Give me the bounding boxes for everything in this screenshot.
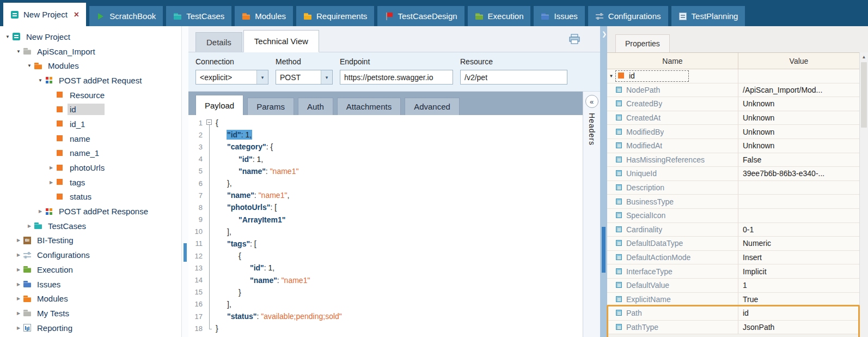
window-tab-testcases[interactable]: TestCases xyxy=(166,6,231,26)
line-number: 3 xyxy=(188,143,205,151)
property-row-defaultvalue[interactable]: DefaultValue1 xyxy=(607,279,859,293)
property-row-interfacetype[interactable]: InterfaceTypeImplicit xyxy=(607,264,859,279)
tree-item-name[interactable]: name xyxy=(0,131,181,146)
tree-item-execution[interactable]: ▶Execution xyxy=(0,262,181,277)
expander-icon[interactable]: ▶ xyxy=(14,238,23,243)
folder-icon xyxy=(34,62,42,70)
scroll-up-icon[interactable]: ▲ xyxy=(860,52,868,62)
tree-item-name-1[interactable]: name_1 xyxy=(0,146,181,161)
window-tab-configurations[interactable]: Configurations xyxy=(588,6,668,26)
dropdown-arrow-icon[interactable]: ▾ xyxy=(321,70,332,84)
tree-item-issues[interactable]: ▶Issues xyxy=(0,277,181,292)
endpoint-input[interactable] xyxy=(340,70,453,85)
tab-technical-view[interactable]: Technical View xyxy=(243,30,319,52)
property-row-createdby[interactable]: CreatedByUnknown xyxy=(607,97,859,111)
expander-icon[interactable]: ▶ xyxy=(47,165,56,170)
expander-icon[interactable]: ▼ xyxy=(3,34,12,39)
window-tab-issues[interactable]: Issues xyxy=(534,6,584,26)
property-row-defaultactionmode[interactable]: DefaultActionModeInsert xyxy=(607,251,859,265)
tree-item-apiscan-import[interactable]: ▼ApiScan_Import xyxy=(0,44,181,59)
tree-item-modules[interactable]: ▼Modules xyxy=(0,58,181,73)
tab-details[interactable]: Details xyxy=(195,32,242,52)
dropdown-arrow-icon[interactable]: ▾ xyxy=(256,70,268,84)
property-row-uniqueid[interactable]: UniqueId39ee7b6b-86b3-e340-... xyxy=(607,167,859,181)
code-token: : xyxy=(264,263,268,272)
tab-auth[interactable]: Auth xyxy=(298,98,333,115)
tree-item-id-1[interactable]: id_1 xyxy=(0,117,181,131)
close-tab-icon[interactable]: × xyxy=(74,10,79,20)
tree-item-my-tests[interactable]: ▶My Tests xyxy=(0,306,181,321)
code-token: : { xyxy=(266,142,273,151)
scrollbar-thumb[interactable] xyxy=(861,62,867,128)
property-row-businesstype[interactable]: BusinessType xyxy=(607,195,859,209)
expander-icon[interactable]: ▶ xyxy=(14,296,23,301)
method-select[interactable]: POST ▾ xyxy=(276,70,333,85)
tab-payload[interactable]: Payload xyxy=(195,95,243,115)
resource-input[interactable] xyxy=(460,70,567,85)
expander-icon[interactable]: ▶ xyxy=(14,267,23,272)
fold-gutter-icon[interactable] xyxy=(205,117,213,129)
tab-params[interactable]: Params xyxy=(247,98,294,115)
tree-item-new-project[interactable]: ▼New Project xyxy=(0,29,181,44)
expander-icon[interactable]: ▶ xyxy=(36,209,45,214)
line-number: 8 xyxy=(188,203,205,212)
property-row-modifiedby[interactable]: ModifiedByUnknown xyxy=(607,125,859,139)
tab-attachments[interactable]: Attachments xyxy=(337,98,401,115)
tree-item-post-addpet-response[interactable]: ▶POST addPet Response xyxy=(0,204,181,219)
tab-advanced[interactable]: Advanced xyxy=(405,98,460,115)
property-row-description[interactable]: Description xyxy=(607,181,859,195)
tree-item-id[interactable]: id xyxy=(0,102,181,117)
connection-select[interactable]: <explicit> ▾ xyxy=(195,70,268,85)
property-row-specialicon[interactable]: SpecialIcon xyxy=(607,209,859,223)
window-tab-new-project[interactable]: New Project× xyxy=(3,3,86,26)
property-row-path[interactable]: Pathid xyxy=(607,306,859,321)
expander-icon[interactable]: ▼ xyxy=(14,49,23,54)
tree-item-status[interactable]: status xyxy=(0,190,181,204)
window-tab-testcasedesign[interactable]: TestCaseDesign xyxy=(377,6,464,26)
code-token: "name" xyxy=(227,191,254,200)
panel-splitter-left[interactable] xyxy=(182,26,188,337)
tree-item-post-addpet-request[interactable]: ▼POST addPet Request xyxy=(0,73,181,88)
property-row-pathtype[interactable]: PathTypeJsonPath xyxy=(607,321,859,335)
property-row-hasmissingreferences[interactable]: HasMissingReferencesFalse xyxy=(607,153,859,167)
expander-icon[interactable]: ▶ xyxy=(14,282,23,287)
tree-item-tags[interactable]: ▶tags xyxy=(0,175,181,190)
property-name-cell: DefaultDataType xyxy=(607,237,738,250)
expander-icon[interactable]: ▼ xyxy=(36,78,45,83)
property-row-modifiedat[interactable]: ModifiedAtUnknown xyxy=(607,139,859,153)
tree-item-reporting[interactable]: ▶Reporting xyxy=(0,321,181,335)
expander-icon[interactable]: ▶ xyxy=(47,180,56,185)
scrollbar[interactable]: ▲ xyxy=(859,52,868,337)
tree-item-configurations[interactable]: ▶Configurations xyxy=(0,248,181,262)
print-icon[interactable] xyxy=(569,34,580,45)
tab-properties[interactable]: Properties xyxy=(615,34,670,52)
panel-splitter-right[interactable] xyxy=(600,26,607,337)
tree-item-modules[interactable]: ▶Modules xyxy=(0,291,181,306)
expander-icon[interactable]: ▶ xyxy=(25,224,34,228)
expander-icon[interactable]: ▼ xyxy=(25,63,34,68)
tree-item-bi-testing[interactable]: ▶BI-Testing xyxy=(0,233,181,248)
expander-icon[interactable]: ▶ xyxy=(14,252,23,257)
tree-item-label: Execution xyxy=(35,264,75,275)
window-tab-requirements[interactable]: Requirements xyxy=(296,6,374,26)
headers-tab-label[interactable]: Headers xyxy=(588,113,596,146)
expander-icon[interactable]: ▶ xyxy=(14,326,23,330)
property-row-root[interactable]: ▼id xyxy=(607,69,859,83)
tree-item-photourls[interactable]: ▶photoUrls xyxy=(0,160,181,175)
property-row-nodepath[interactable]: NodePath/ApiScan_Import/Mod... xyxy=(607,83,859,98)
tree-item-testcases[interactable]: ▶TestCases xyxy=(0,219,181,233)
expander-icon[interactable]: ▶ xyxy=(14,311,23,316)
window-tab-modules[interactable]: Modules xyxy=(235,6,293,26)
payload-editor[interactable]: 1{2"id": 1,3"category": {4"id": 1,5"name… xyxy=(188,115,583,337)
property-row-explicitname[interactable]: ExplicitNameTrue xyxy=(607,293,859,307)
property-row-defaultdatatype[interactable]: DefaultDataTypeNumeric xyxy=(607,237,859,251)
collapse-headers-button[interactable]: « xyxy=(585,95,598,108)
window-tab-scratchbook[interactable]: ScratchBook xyxy=(89,6,163,26)
window-tab-testplanning[interactable]: TestPlanning xyxy=(671,6,745,26)
window-tab-execution[interactable]: Execution xyxy=(468,6,531,26)
code-token: "ArrayItem1" xyxy=(239,215,285,224)
property-row-createdat[interactable]: CreatedAtUnknown xyxy=(607,111,859,125)
property-row-cardinality[interactable]: Cardinality0-1 xyxy=(607,223,859,237)
expander-icon[interactable]: ▼ xyxy=(607,74,615,79)
tree-item-resource[interactable]: Resource xyxy=(0,88,181,103)
